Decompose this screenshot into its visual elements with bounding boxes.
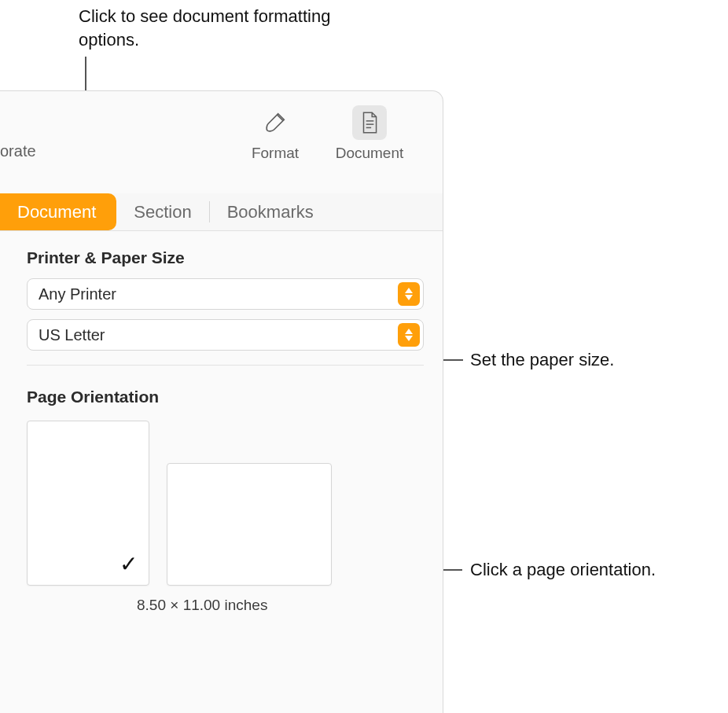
- document-inspector-panel: orate Format Document: [0, 90, 443, 713]
- checkmark-icon: ✓: [119, 551, 138, 577]
- tab-bookmarks[interactable]: Bookmarks: [210, 193, 331, 230]
- callout-paper-size: Set the paper size.: [470, 348, 614, 372]
- orientation-options: ✓: [27, 421, 424, 586]
- window-toolbar: orate Format Document: [0, 91, 443, 193]
- toolbar-partial-item: orate: [0, 142, 36, 160]
- printer-popup[interactable]: Any Printer: [27, 278, 424, 310]
- section-divider: [27, 365, 424, 366]
- orientation-portrait[interactable]: ✓: [27, 421, 149, 586]
- tab-document-label: Document: [17, 202, 96, 222]
- paper-size-popup[interactable]: US Letter: [27, 319, 424, 351]
- tab-document[interactable]: Document: [0, 193, 116, 230]
- callout-orientation: Click a page orientation.: [470, 558, 656, 582]
- inspector-tab-bar: Document Section Bookmarks: [0, 193, 443, 231]
- tab-section[interactable]: Section: [116, 193, 208, 230]
- svg-marker-3: [405, 288, 413, 293]
- paper-size-value: US Letter: [39, 326, 105, 344]
- printer-value: Any Printer: [39, 285, 116, 303]
- document-icon: [352, 105, 387, 140]
- popup-arrows-icon: [398, 323, 420, 347]
- svg-marker-5: [405, 329, 413, 334]
- format-label: Format: [236, 145, 314, 162]
- page-dimensions: 8.50 × 11.00 inches: [137, 597, 424, 614]
- svg-marker-6: [405, 336, 413, 341]
- orientation-landscape[interactable]: [167, 463, 332, 586]
- tab-bookmarks-label: Bookmarks: [227, 202, 314, 222]
- callout-document-tab: Click to see document formatting options…: [79, 5, 362, 51]
- svg-marker-4: [405, 295, 413, 300]
- inspector-body: Printer & Paper Size Any Printer US Lett…: [0, 231, 443, 614]
- printer-paper-heading: Printer & Paper Size: [27, 248, 424, 267]
- document-label: Document: [330, 145, 409, 162]
- document-toolbar-button[interactable]: Document: [330, 105, 409, 162]
- format-toolbar-button[interactable]: Format: [236, 105, 314, 162]
- paintbrush-icon: [258, 105, 292, 140]
- page-orientation-heading: Page Orientation: [27, 388, 424, 406]
- tab-section-label: Section: [134, 202, 191, 222]
- popup-arrows-icon: [398, 282, 420, 306]
